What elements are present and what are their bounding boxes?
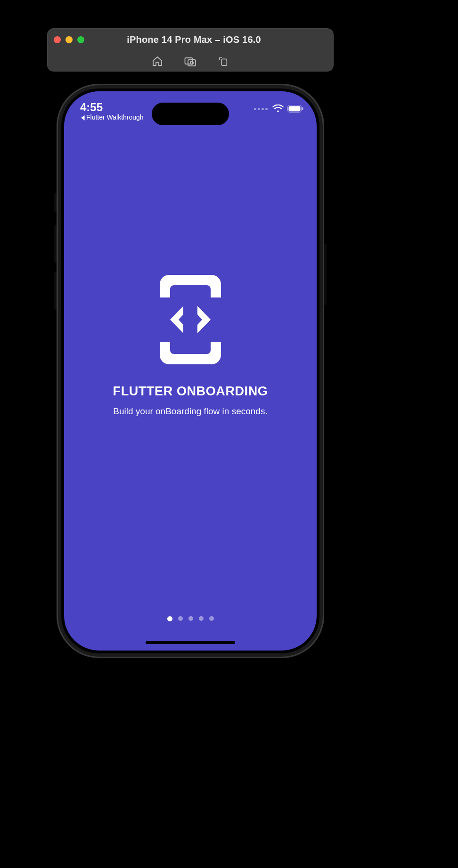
close-window-button[interactable] [54,36,61,43]
svg-rect-1 [188,60,196,66]
volume-up-button[interactable] [54,225,57,263]
simulator-titlebar: iPhone 14 Pro Max – iOS 16.0 [47,28,334,72]
chevron-left-icon: ◀ [81,114,85,121]
rotate-icon[interactable] [217,55,229,67]
app-logo-icon [160,275,221,364]
page-dot[interactable] [209,616,214,621]
wifi-icon [272,104,284,113]
breadcrumb-back-label: Flutter Walkthrough [86,114,144,121]
battery-icon [287,105,303,113]
cellular-icon [254,108,268,110]
simulator-title: iPhone 14 Pro Max – iOS 16.0 [61,34,327,45]
onboarding-page[interactable]: FLUTTER ONBOARDING Build your onBoarding… [64,91,317,651]
onboarding-subtitle: Build your onBoarding flow in seconds. [113,406,267,417]
svg-rect-5 [289,106,301,112]
screenshot-icon[interactable] [184,55,196,67]
dynamic-island [152,103,229,125]
page-dot[interactable] [199,616,204,621]
power-button[interactable] [324,244,327,305]
volume-down-button[interactable] [54,272,57,310]
home-indicator[interactable] [146,641,235,644]
page-dot[interactable] [178,616,183,621]
device-screen: 4:55 ◀ Flutter Walkthrough [64,91,317,651]
simulator-toolbar [47,51,334,72]
svg-rect-3 [221,59,227,65]
onboarding-title: FLUTTER ONBOARDING [113,384,268,399]
mute-switch[interactable] [54,193,57,212]
device-frame: 4:55 ◀ Flutter Walkthrough [57,84,324,658]
svg-rect-6 [302,107,303,110]
home-icon[interactable] [151,55,164,67]
page-dot[interactable] [188,616,193,621]
status-time: 4:55 [80,102,144,113]
page-dot[interactable] [167,616,172,621]
breadcrumb-back[interactable]: ◀ Flutter Walkthrough [80,114,144,121]
page-indicator [64,616,317,621]
